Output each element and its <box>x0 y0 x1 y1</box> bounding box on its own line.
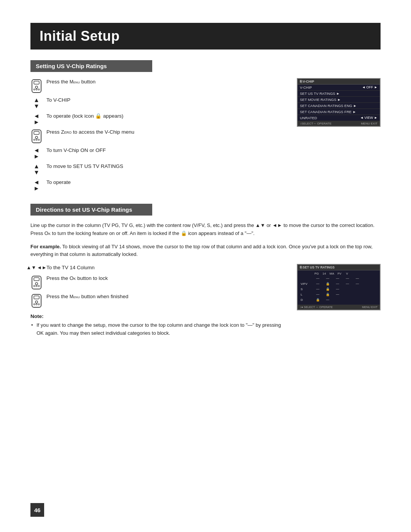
page-container: Initial Setup Setting US V-Chip Ratings <box>0 0 411 532</box>
section2-header: Directions to set US V-Chip Ratings <box>30 204 152 216</box>
ratings-row-s: S — 🔒 — <box>301 287 377 291</box>
instr-row-7: ◄ ► To operate <box>30 179 285 192</box>
svg-rect-1 <box>34 81 39 84</box>
remote-icon-4 <box>30 128 43 144</box>
instr-text-7: To operate <box>46 179 285 186</box>
ratings-footer-right: MENU EXIT <box>362 305 378 309</box>
arrows-leftright-icon-7: ◄ ► <box>30 179 43 192</box>
section1-instructions: Press the Menu button ▲ ▼ To V-CHIP <box>30 78 285 195</box>
ratings-footer-left: ↕● SELECT ↔ OPERATE <box>300 305 333 309</box>
arrows-leftright-icon-5: ◄ ► <box>30 147 43 160</box>
note-list: If you want to change the setup, move th… <box>30 321 285 337</box>
svg-point-20 <box>35 301 38 303</box>
vchip-row-2: SET US TV RATINGS ► <box>298 91 380 97</box>
tv-ratings-screen-title: ⎘ SET US TV RATINGS <box>298 265 380 270</box>
instr-text-1: Press the Menu button <box>46 78 285 86</box>
s2-instr-text-2: Press the Ok button to lock <box>46 275 285 282</box>
ratings-row-l: L — 🔒 — <box>301 292 377 296</box>
instr-text-5: To turn V-Chip ON or OFF <box>46 147 285 154</box>
svg-rect-13 <box>34 278 39 281</box>
section2-content: ▲▼ ◄► To the TV 14 Column <box>30 264 381 339</box>
vchip-row-4: SET CANADIAN RATINGS ENG ► <box>298 103 380 109</box>
remote-icon-s2-2 <box>30 275 43 290</box>
vchip-row-6: UNRATED ◄ VIEW ► <box>298 115 380 121</box>
vchip-screen-footer: ↕SELECT↔ OPERATE MENU EXIT <box>298 121 380 126</box>
arrows-updown-icon-2: ▲ ▼ <box>30 96 43 109</box>
section1-header: Setting US V-Chip Ratings <box>30 60 152 72</box>
s2-instr-row-1: ▲▼ ◄► To the TV 14 Column <box>30 264 285 272</box>
instr-text-4: Press Zero to access the V-Chip menu <box>46 128 285 136</box>
svg-point-10 <box>36 139 37 141</box>
section2-example: For example. To block viewing of all TV … <box>30 243 381 259</box>
instr-text-2: To V-CHIP <box>46 96 285 104</box>
svg-point-8 <box>35 136 38 139</box>
svg-rect-19 <box>34 296 39 299</box>
svg-point-9 <box>33 139 35 141</box>
instr-row-6: ▲ ▼ To move to SET US TV RATINGS <box>30 163 285 176</box>
remote-icon-s2-3 <box>30 293 43 308</box>
vchip-footer-right: MENU EXIT <box>361 122 378 125</box>
vchip-tv-screen: ⎘ V-CHIP V-CHIP ◄ OFF ► SET US TV RATING… <box>297 78 381 127</box>
section2: Directions to set US V-Chip Ratings Line… <box>30 204 381 339</box>
arrows-updown-icon-6: ▲ ▼ <box>30 163 43 176</box>
vchip-row-1: V-CHIP ◄ OFF ► <box>298 85 380 91</box>
svg-point-17 <box>38 285 40 287</box>
svg-point-3 <box>33 89 35 90</box>
ratings-row-vfv: V/FV — 🔒 — — — <box>301 282 377 286</box>
example-bold: For example. <box>30 244 61 249</box>
instr-text-3: To operate (lock icon 🔒 appears) <box>46 112 285 120</box>
section2-body1: Line up the cursor in the column (TV PG,… <box>30 222 381 238</box>
page-number: 46 <box>30 503 44 517</box>
vchip-row-3: SET MOVIE RATINGS ► <box>298 97 380 103</box>
section1: Setting US V-Chip Ratings <box>30 60 381 195</box>
tv-ratings-footer: ↕● SELECT ↔ OPERATE MENU EXIT <box>298 305 380 310</box>
svg-point-21 <box>33 304 35 305</box>
title-bar: Initial Setup <box>30 23 381 50</box>
s2-instr-text-3: Press the Menu button when finished <box>46 293 285 300</box>
page-title: Initial Setup <box>40 28 371 44</box>
instr-row-4: Press Zero to access the V-Chip menu <box>30 128 285 144</box>
instr-row-5: ◄ ► To turn V-Chip ON or OFF <box>30 147 285 160</box>
s2-instr-row-2: Press the Ok button to lock <box>30 275 285 290</box>
svg-point-23 <box>38 304 40 305</box>
svg-point-14 <box>35 283 38 285</box>
vchip-row-5: SET CANADIAN RATINGS FRE ► <box>298 109 380 115</box>
note-label: Note: <box>30 313 285 319</box>
svg-point-22 <box>36 304 37 305</box>
svg-rect-7 <box>34 131 39 134</box>
vchip-footer-left: ↕SELECT↔ OPERATE <box>300 122 331 125</box>
svg-point-2 <box>35 86 38 88</box>
svg-point-4 <box>36 89 37 90</box>
instr-text-6: To move to SET US TV RATINGS <box>46 163 285 170</box>
ratings-grid: PG 14 MA FV V — — — — <box>298 270 380 305</box>
section2-instructions: ▲▼ ◄► To the TV 14 Column <box>30 264 285 339</box>
s2-instr-row-3: Press the Menu button when finished <box>30 293 285 308</box>
svg-point-16 <box>36 285 37 287</box>
s2-instr-text-1: To the TV 14 Column <box>46 264 285 272</box>
svg-point-5 <box>38 89 40 90</box>
ratings-row-d: D 🔒 — <box>301 298 377 302</box>
section1-content: Press the Menu button ▲ ▼ To V-CHIP <box>30 78 381 195</box>
combined-arrows-icon-1: ▲▼ ◄► <box>30 264 43 270</box>
remote-icon-1 <box>30 78 43 93</box>
ratings-row-0: — — — — — <box>301 276 377 280</box>
svg-point-15 <box>33 285 35 287</box>
svg-point-11 <box>38 139 40 141</box>
ratings-header: PG 14 MA FV V <box>313 272 377 275</box>
note-item-1: If you want to change the setup, move th… <box>30 321 285 337</box>
note-section: Note: If you want to change the setup, m… <box>30 313 285 337</box>
instr-row-3: ◄ ► To operate (lock icon 🔒 appears) <box>30 112 285 125</box>
instr-row-1: Press the Menu button <box>30 78 285 93</box>
ratings-screen: ⎘ SET US TV RATINGS PG 14 MA FV V <box>297 264 381 339</box>
instr-row-2: ▲ ▼ To V-CHIP <box>30 96 285 109</box>
vchip-screen: ⎘ V-CHIP V-CHIP ◄ OFF ► SET US TV RATING… <box>297 78 381 195</box>
vchip-screen-title: ⎘ V-CHIP <box>298 79 380 85</box>
arrows-leftright-icon-3: ◄ ► <box>30 112 43 125</box>
tv-ratings-tv-screen: ⎘ SET US TV RATINGS PG 14 MA FV V <box>297 264 381 310</box>
